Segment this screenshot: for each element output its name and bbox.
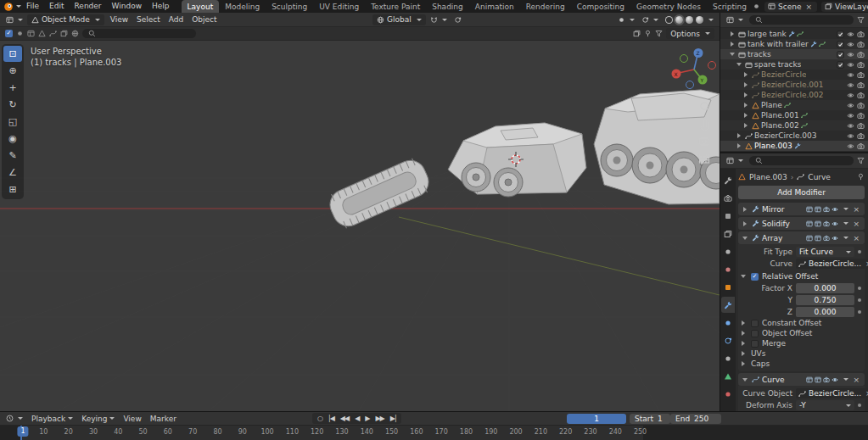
tool-select-box-button[interactable]: ⊡ — [3, 46, 22, 62]
menu-edit[interactable]: Edit — [44, 2, 69, 10]
frame-end-field[interactable]: End 250 — [670, 414, 721, 424]
disclosure-down-icon[interactable] — [736, 63, 742, 66]
disclosure-right-icon[interactable] — [744, 72, 748, 77]
current-frame-field[interactable]: 1 — [567, 414, 626, 424]
disclosure-right-icon[interactable] — [744, 113, 748, 118]
clear-icon[interactable]: × — [864, 259, 868, 268]
relative-offset-checkbox[interactable] — [751, 273, 759, 281]
playhead-badge[interactable]: 1 — [17, 426, 28, 437]
track-segment-model[interactable] — [325, 155, 434, 231]
outliner-row-beziercircle[interactable]: BezierCircle — [720, 70, 868, 80]
modifier-close-icon[interactable]: × — [851, 220, 861, 228]
field-factor-x[interactable]: 0.000 — [796, 283, 854, 293]
outliner-row-tank-with-trailer[interactable]: tank with trailer — [720, 39, 868, 49]
keyframe-decorator[interactable] — [858, 287, 861, 290]
properties-tab-particles[interactable] — [721, 315, 735, 331]
outliner-row-plane[interactable]: Plane — [720, 100, 868, 110]
breadcrumb-data[interactable]: Curve — [808, 173, 831, 181]
array-curve-object-field[interactable]: BezierCircle... × — [796, 259, 868, 269]
timeline-ruler[interactable]: 1102030405060708090100110120130140150160… — [0, 426, 868, 440]
scene-browse-icon[interactable] — [753, 3, 760, 10]
hide-eye-icon[interactable] — [845, 121, 855, 130]
disable-render-camera-icon[interactable] — [855, 131, 865, 140]
timeline-menu-keying[interactable]: Keying — [77, 415, 119, 423]
tool-add-cube-button[interactable]: ⊞ — [3, 181, 22, 198]
disable-render-camera-icon[interactable] — [855, 60, 865, 69]
modifier-toggle-editor-icon[interactable] — [806, 376, 813, 383]
timeline-menu-view[interactable]: View — [119, 415, 145, 423]
workspace-tab-rendering[interactable]: Rendering — [520, 0, 571, 13]
modifier-curve-header[interactable]: Curve × — [738, 373, 865, 386]
hide-eye-icon[interactable] — [845, 30, 855, 38]
tool-rotate-button[interactable]: ↻ — [3, 97, 22, 113]
properties-tab-object[interactable] — [721, 279, 735, 295]
workspace-tab-geometry-nodes[interactable]: Geometry Nodes — [630, 0, 707, 13]
modifier-toggle-editor-icon[interactable] — [815, 376, 821, 383]
disable-render-camera-icon[interactable] — [855, 142, 865, 150]
section-checkbox[interactable] — [751, 340, 759, 348]
modifier-toggle-camera-icon[interactable] — [823, 235, 830, 242]
outliner-row-beziercircle-002[interactable]: BezierCircle.002 — [720, 90, 868, 100]
modifier-toggle-eye-icon[interactable] — [832, 206, 838, 213]
disable-render-camera-icon[interactable] — [855, 70, 865, 79]
curve-object-field[interactable]: BezierCircle... × — [796, 388, 868, 398]
disclosure-down-icon[interactable] — [730, 53, 735, 56]
viewport-menu-select[interactable]: Select — [132, 15, 165, 24]
tool-setting-checkbox[interactable] — [5, 30, 13, 37]
prev-keyframe-button[interactable]: ◀◀ — [338, 415, 351, 422]
gizmo-neg-x-ball[interactable] — [708, 62, 716, 70]
disable-render-camera-icon[interactable] — [855, 111, 865, 120]
timeline-menu-playback[interactable]: Playback — [27, 415, 77, 423]
workspace-tab-animation[interactable]: Animation — [469, 0, 520, 13]
modifier-toggle-camera-icon[interactable] — [823, 220, 830, 227]
properties-tab-output[interactable] — [721, 208, 735, 224]
timeline-editor-type-button[interactable] — [3, 415, 25, 422]
hide-eye-icon[interactable] — [845, 70, 855, 79]
shading-material-button[interactable] — [686, 16, 693, 24]
disclosure-right-icon[interactable] — [731, 42, 734, 47]
disclosure-right-icon[interactable] — [737, 143, 741, 148]
add-modifier-button[interactable]: Add Modifier — [738, 186, 865, 199]
keyframe-decorator[interactable] — [858, 298, 861, 302]
gizmo-neg-y-ball[interactable] — [680, 55, 688, 63]
outliner-row-spare-tracks[interactable]: spare tracks — [720, 59, 868, 70]
field-y[interactable]: 0.750 — [796, 295, 854, 305]
disclosure-right-icon[interactable] — [744, 123, 748, 128]
outliner-row-plane-002[interactable]: Plane.002 — [720, 120, 868, 131]
hide-eye-icon[interactable] — [845, 81, 855, 89]
modifier-toggle-eye-icon[interactable] — [832, 235, 838, 242]
show-gizmo-button[interactable] — [615, 16, 637, 24]
properties-tab-scene[interactable] — [721, 243, 735, 259]
viewport-menu-add[interactable]: Add — [165, 15, 188, 24]
editor-icon[interactable] — [27, 30, 35, 37]
keyframe-decorator[interactable] — [858, 310, 861, 314]
menu-render[interactable]: Render — [70, 2, 107, 10]
disable-render-camera-icon[interactable] — [855, 91, 865, 99]
disable-render-camera-icon[interactable] — [855, 101, 865, 109]
modifier-toggle-editor-icon[interactable] — [806, 220, 813, 227]
modifier-toggle-editor-icon[interactable] — [815, 220, 821, 227]
disable-render-camera-icon[interactable] — [855, 81, 865, 89]
properties-search-input[interactable] — [749, 156, 854, 165]
viewport-canvas[interactable]: X Y Z ⊡⊕+↻◱◉✎∠⊞ User Perspective — [0, 41, 720, 411]
hide-eye-icon[interactable] — [845, 131, 855, 140]
fit-type-dropdown[interactable]: Fit Curve — [796, 247, 854, 257]
modifier-extras-caret[interactable] — [843, 222, 848, 225]
workspace-tab-scripting[interactable]: Scripting — [707, 0, 753, 13]
tool-move-button[interactable]: + — [3, 80, 22, 96]
properties-tab-physics[interactable] — [721, 332, 735, 348]
scene-selector[interactable]: Scene × — [764, 2, 817, 12]
workspace-tab-shading[interactable]: Shading — [426, 0, 469, 13]
properties-editor-type-button[interactable] — [724, 157, 746, 164]
shading-solid-button[interactable] — [675, 16, 683, 24]
play-button[interactable]: ▶ — [362, 415, 372, 422]
disable-render-camera-icon[interactable] — [855, 30, 865, 38]
modifier-close-icon[interactable]: × — [851, 234, 861, 242]
viewport-menu-view[interactable]: View — [106, 15, 132, 24]
section-uvs[interactable]: UVs — [740, 348, 863, 359]
disclosure-right-icon[interactable] — [744, 103, 748, 108]
properties-tab-tool[interactable] — [721, 172, 735, 188]
modifier-toggle-editor-icon[interactable] — [806, 206, 813, 213]
tool-annotate-button[interactable]: ✎ — [3, 148, 22, 164]
proportional-edit-button[interactable] — [451, 16, 464, 24]
